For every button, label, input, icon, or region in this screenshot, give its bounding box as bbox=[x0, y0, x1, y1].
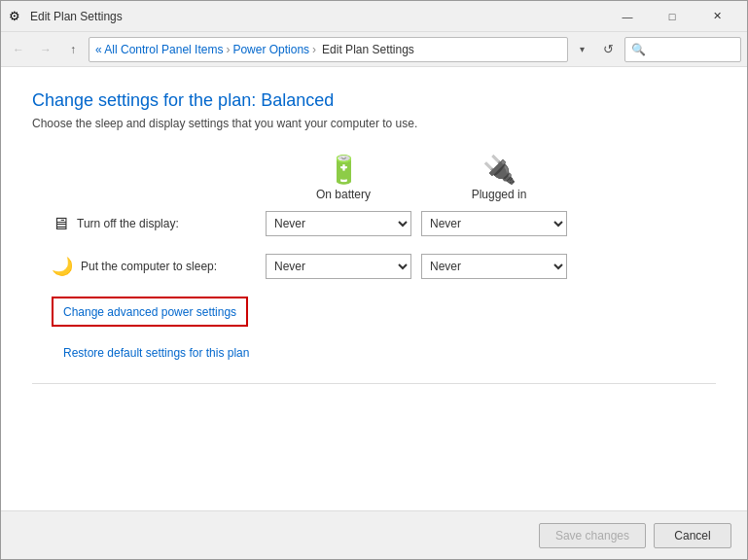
window-title: Edit Plan Settings bbox=[30, 10, 605, 23]
forward-button[interactable]: → bbox=[34, 38, 57, 61]
up-button[interactable]: ↑ bbox=[61, 38, 85, 61]
plugged-label: Plugged in bbox=[472, 188, 527, 201]
sleep-plugged-dropdown-wrapper: Never 1 minute 2 minutes 5 minutes 10 mi… bbox=[421, 254, 567, 279]
maximize-button[interactable]: □ bbox=[650, 1, 695, 32]
page-title: Change settings for the plan: Balanced bbox=[32, 90, 716, 111]
window: ⚙ Edit Plan Settings — □ ✕ ← → ↑ « All C… bbox=[0, 0, 748, 560]
sleep-battery-dropdown[interactable]: Never 1 minute 2 minutes 5 minutes 10 mi… bbox=[266, 254, 411, 279]
breadcrumb-power-options[interactable]: Power Options bbox=[232, 43, 309, 56]
plugged-column-header: 🔌 Plugged in bbox=[421, 154, 577, 201]
breadcrumb-control-panel[interactable]: « All Control Panel Items bbox=[95, 43, 223, 56]
links-area: Change advanced power settings Restore d… bbox=[32, 297, 716, 360]
plugged-icon: 🔌 bbox=[482, 154, 516, 186]
sleep-setting-row: 🌙 Put the computer to sleep: Never 1 min… bbox=[52, 254, 716, 279]
cancel-button[interactable]: Cancel bbox=[654, 523, 731, 548]
column-headers: 🔋 On battery 🔌 Plugged in bbox=[52, 154, 716, 201]
restore-defaults-link[interactable]: Restore default settings for this plan bbox=[63, 346, 716, 360]
advanced-link-highlight: Change advanced power settings bbox=[52, 297, 248, 327]
sleep-label: 🌙 Put the computer to sleep: bbox=[52, 256, 266, 277]
address-box: « All Control Panel Items › Power Option… bbox=[89, 37, 568, 62]
save-button[interactable]: Save changes bbox=[539, 523, 646, 548]
back-button[interactable]: ← bbox=[7, 38, 30, 61]
sleep-label-text: Put the computer to sleep: bbox=[81, 260, 217, 273]
battery-icon: 🔋 bbox=[327, 154, 361, 186]
sleep-icon: 🌙 bbox=[52, 256, 73, 277]
address-bar: ← → ↑ « All Control Panel Items › Power … bbox=[1, 32, 747, 67]
title-bar-controls: — □ ✕ bbox=[605, 1, 739, 32]
battery-label: On battery bbox=[316, 188, 371, 201]
page-subtitle: Choose the sleep and display settings th… bbox=[32, 117, 716, 130]
sleep-plugged-dropdown[interactable]: Never 1 minute 2 minutes 5 minutes 10 mi… bbox=[421, 254, 567, 279]
display-plugged-dropdown-wrapper: Never 1 minute 2 minutes 5 minutes 10 mi… bbox=[421, 211, 567, 236]
divider bbox=[32, 383, 716, 384]
separator-1: › bbox=[226, 43, 230, 56]
settings-area: 🔋 On battery 🔌 Plugged in 🖥 Turn off the… bbox=[32, 154, 716, 279]
display-icon: 🖥 bbox=[52, 214, 69, 234]
display-label: 🖥 Turn off the display: bbox=[52, 214, 266, 234]
button-bar: Save changes Cancel bbox=[1, 510, 747, 559]
breadcrumb-current: Edit Plan Settings bbox=[322, 43, 414, 56]
display-plugged-dropdown[interactable]: Never 1 minute 2 minutes 5 minutes 10 mi… bbox=[421, 211, 567, 236]
search-box[interactable]: 🔍 bbox=[624, 37, 741, 62]
minimize-button[interactable]: — bbox=[605, 1, 650, 32]
sleep-battery-dropdown-wrapper: Never 1 minute 2 minutes 5 minutes 10 mi… bbox=[266, 254, 411, 279]
separator-2: › bbox=[312, 43, 316, 56]
address-chevron[interactable]: ▾ bbox=[572, 37, 591, 62]
advanced-settings-link[interactable]: Change advanced power settings bbox=[63, 305, 236, 319]
refresh-button[interactable]: ↺ bbox=[595, 37, 621, 62]
title-bar: ⚙ Edit Plan Settings — □ ✕ bbox=[1, 1, 747, 32]
window-icon: ⚙ bbox=[9, 9, 24, 24]
advanced-link-container: Change advanced power settings bbox=[52, 297, 716, 336]
search-icon: 🔍 bbox=[631, 43, 646, 56]
content-area: Change settings for the plan: Balanced C… bbox=[1, 67, 747, 510]
close-button[interactable]: ✕ bbox=[695, 1, 739, 32]
display-label-text: Turn off the display: bbox=[77, 217, 179, 230]
display-setting-row: 🖥 Turn off the display: Never 1 minute 2… bbox=[52, 211, 716, 236]
battery-column-header: 🔋 On battery bbox=[266, 154, 421, 201]
display-battery-dropdown[interactable]: Never 1 minute 2 minutes 5 minutes 10 mi… bbox=[266, 211, 411, 236]
display-battery-dropdown-wrapper: Never 1 minute 2 minutes 5 minutes 10 mi… bbox=[266, 211, 411, 236]
